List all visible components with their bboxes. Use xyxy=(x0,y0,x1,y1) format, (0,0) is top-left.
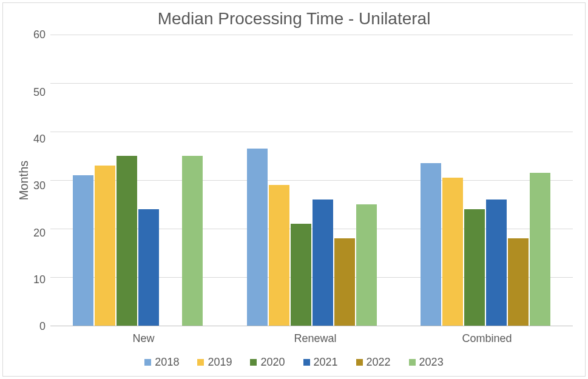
y-tick: 40 xyxy=(33,133,46,144)
chart-frame: Median Processing Time - Unilateral Mont… xyxy=(2,2,586,377)
legend-item: 2023 xyxy=(409,356,444,369)
legend-swatch xyxy=(409,359,416,366)
y-tick: 30 xyxy=(33,180,46,191)
legend-label: 2019 xyxy=(208,356,232,369)
bar xyxy=(117,156,137,326)
legend-swatch xyxy=(303,359,310,366)
y-tick: 20 xyxy=(33,227,46,238)
legend-item: 2019 xyxy=(197,356,232,369)
legend-item: 2021 xyxy=(303,356,338,369)
legend-label: 2023 xyxy=(419,356,444,369)
bar xyxy=(530,173,550,326)
bar xyxy=(247,149,268,326)
bar xyxy=(182,156,203,326)
bar xyxy=(95,166,115,326)
legend-swatch xyxy=(144,359,151,366)
y-tick: 50 xyxy=(33,87,46,98)
bar xyxy=(269,185,289,326)
legend-item: 2020 xyxy=(250,356,285,369)
x-category: Renewal xyxy=(229,326,401,345)
bar-group xyxy=(225,35,399,326)
bar-group xyxy=(399,35,573,326)
plot-row: Months 6050403020100 xyxy=(15,35,573,326)
bar xyxy=(442,178,463,326)
bar xyxy=(291,224,311,326)
x-category: New xyxy=(58,326,229,345)
legend-swatch xyxy=(197,359,204,366)
bar xyxy=(508,238,529,326)
y-axis-label-wrap: Months xyxy=(15,35,33,326)
bar xyxy=(356,204,377,326)
legend-label: 2018 xyxy=(155,356,179,369)
bar xyxy=(334,238,355,326)
legend-swatch xyxy=(356,359,363,366)
bar xyxy=(313,200,333,326)
bar xyxy=(73,175,93,326)
bar xyxy=(464,209,485,326)
chart-title: Median Processing Time - Unilateral xyxy=(15,9,573,29)
plot-area xyxy=(50,35,573,326)
legend: 201820192020202120222023 xyxy=(15,356,573,369)
legend-swatch xyxy=(250,359,257,366)
bar xyxy=(486,200,507,326)
y-axis-ticks: 6050403020100 xyxy=(33,35,50,326)
legend-label: 2021 xyxy=(314,356,338,369)
bar-groups xyxy=(50,35,573,326)
y-tick: 60 xyxy=(33,29,46,40)
bar-group xyxy=(50,35,225,326)
legend-label: 2020 xyxy=(260,356,285,369)
x-axis-categories: NewRenewalCombined xyxy=(33,326,573,345)
y-tick: 10 xyxy=(33,274,46,285)
y-tick: 0 xyxy=(39,321,46,332)
legend-item: 2022 xyxy=(356,356,391,369)
bar xyxy=(421,163,441,326)
legend-item: 2018 xyxy=(144,356,179,369)
bar xyxy=(138,209,159,326)
legend-label: 2022 xyxy=(367,356,391,369)
y-axis-label: Months xyxy=(18,161,32,201)
x-category: Combined xyxy=(401,326,573,345)
